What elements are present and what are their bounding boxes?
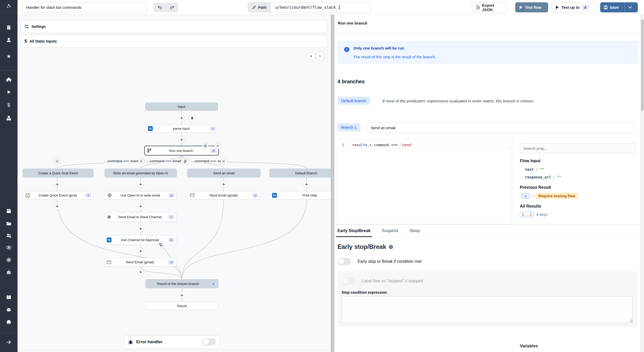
object-expand-chip[interactable]: {...} <box>520 212 534 217</box>
node-label: Send Email to Slack Channel <box>112 215 168 219</box>
sliders-icon <box>24 24 29 29</box>
add-branch-button[interactable] <box>183 158 189 165</box>
remove-branch-button[interactable] <box>221 158 227 165</box>
add-step-button[interactable] <box>137 248 144 255</box>
add-step-button[interactable] <box>137 225 144 232</box>
tab-early-stop-break[interactable]: Early Stop/Break <box>337 225 370 237</box>
tab-suspend[interactable]: Suspend <box>382 225 398 237</box>
code-string: 'send' <box>400 143 413 147</box>
branch-header[interactable]: Create a Quick Gcal Event <box>23 169 94 177</box>
redo-button[interactable] <box>166 3 178 12</box>
add-step-button[interactable] <box>54 181 61 188</box>
add-step-button[interactable] <box>179 292 185 299</box>
add-step-button[interactable] <box>220 181 227 188</box>
node-send-email-gmail-2[interactable]: Send Email (gmail) o <box>104 258 176 266</box>
node-send-email-gmail[interactable]: Send Email (gmail) u <box>187 191 260 199</box>
label-skipped-toggle[interactable] <box>342 277 355 285</box>
early-stop-toggle[interactable] <box>337 258 351 265</box>
export-json-button[interactable]: Export JSON <box>472 2 507 12</box>
error-handler-toggle[interactable] <box>202 338 216 346</box>
branch-name-input[interactable] <box>367 122 636 133</box>
all-static-inputs-bar[interactable]: $ All Static Inputs <box>21 35 328 48</box>
prop-row[interactable]: text : "" <box>525 167 544 171</box>
previous-result-row[interactable]: u : Require testing flow <box>521 193 578 199</box>
save-button[interactable]: Save <box>600 2 622 12</box>
resources-cubes-icon[interactable] <box>4 114 13 122</box>
favorites-star-icon[interactable]: ★ <box>4 52 13 61</box>
error-handler-bar[interactable]: Error handler <box>124 335 220 349</box>
info-icon[interactable] <box>389 245 393 249</box>
path-label[interactable]: Path <box>248 3 271 12</box>
workspace-building-icon[interactable] <box>4 23 13 32</box>
prop-row[interactable]: response_url : "" <box>525 175 561 179</box>
textarea-resize-grip[interactable] <box>630 319 633 322</box>
branch-header[interactable]: Send an email <box>187 169 260 177</box>
node-ask-channel-approval[interactable]: TS Ask Channel for Approval k <box>104 235 176 245</box>
node-send-email-slack[interactable]: Send Email to Slack Channel r <box>104 212 176 222</box>
github-icon[interactable] <box>4 318 13 326</box>
zoom-out-button[interactable]: − <box>316 52 324 60</box>
windmill-logo-icon[interactable] <box>4 2 13 10</box>
search-prop-input[interactable] <box>520 143 635 153</box>
branch-1-chip[interactable]: Branch 1 <box>337 123 360 131</box>
branch-header[interactable]: Default Branch <box>269 169 331 177</box>
typescript-icon: TS <box>148 126 153 131</box>
zoom-in-button[interactable]: + <box>307 52 315 60</box>
path-editor[interactable]: Path u/henricourdent/flow_slack_1 <box>248 2 371 12</box>
settings-gear-icon[interactable] <box>4 256 13 264</box>
add-step-button[interactable] <box>178 136 185 143</box>
user-icon[interactable] <box>4 36 13 44</box>
add-step-button[interactable] <box>54 203 61 210</box>
add-step-button[interactable] <box>137 181 144 188</box>
delete-step-button[interactable] <box>215 143 221 149</box>
pane-resize-handle[interactable] <box>331 15 334 352</box>
window-scrollbar[interactable] <box>640 15 644 352</box>
node-result[interactable]: Result <box>146 302 218 310</box>
ai-robot-icon[interactable] <box>4 268 13 277</box>
test-flow-button[interactable]: Test flow <box>515 2 548 12</box>
test-up-to-button[interactable]: Test up to d <box>551 2 597 12</box>
groups-users-icon[interactable] <box>4 231 13 240</box>
trigger-bolt-button[interactable] <box>188 114 196 122</box>
node-print-help[interactable]: TS Print Help <box>269 191 331 199</box>
all-results-row[interactable]: {...} 8 keys <box>520 212 548 217</box>
undo-button[interactable] <box>154 3 166 12</box>
save-dropdown-button[interactable] <box>625 2 635 12</box>
flow-title-input[interactable] <box>22 2 148 12</box>
step-id-chip[interactable]: u <box>521 193 530 199</box>
node-result-of-branch[interactable]: Result of the chosen branch d <box>146 279 218 288</box>
tab-sleep[interactable]: Sleep <box>409 225 420 237</box>
predicate-code-editor[interactable]: 1 results.c.command === 'send' <box>337 139 512 224</box>
runs-play-icon[interactable] <box>4 88 13 96</box>
bug-icon <box>128 339 133 345</box>
add-step-button[interactable] <box>137 203 144 210</box>
node-input[interactable]: Input <box>145 103 218 111</box>
add-step-button[interactable] <box>137 269 144 275</box>
node-create-quick-event[interactable]: 31 Create Quick Event (gcal) t <box>23 191 94 199</box>
discord-icon[interactable] <box>4 305 13 314</box>
add-step-button[interactable] <box>178 115 185 121</box>
remove-branch-button[interactable] <box>54 158 60 165</box>
home-icon[interactable] <box>4 75 13 84</box>
remove-branch-button[interactable] <box>138 158 144 165</box>
schedules-calendar-icon[interactable] <box>4 207 13 215</box>
stop-condition-textarea[interactable] <box>342 296 633 323</box>
all-static-inputs-label: All Static Inputs <box>29 39 57 43</box>
branch-header[interactable]: Write an email generated by Open AI <box>105 169 177 177</box>
add-step-button[interactable] <box>303 181 310 188</box>
default-branch-chip[interactable]: Default branch <box>337 97 370 105</box>
scrollbar-thumb[interactable] <box>641 19 644 111</box>
docs-book-icon[interactable] <box>4 293 13 302</box>
node-use-openai[interactable]: Use Open AI to write email p <box>105 191 177 199</box>
path-value[interactable]: u/henricourdent/flow_slack_1 <box>271 3 371 12</box>
save-icon <box>604 5 608 9</box>
node-parse-input[interactable]: TS parse input c <box>145 125 218 133</box>
flow-settings-bar[interactable]: Settings <box>21 20 328 33</box>
variables-dollar-icon[interactable]: $ <box>4 101 13 109</box>
collapse-arrow-icon[interactable] <box>4 338 13 347</box>
gmail-icon <box>190 193 195 198</box>
move-step-button[interactable] <box>202 143 208 149</box>
folders-icon[interactable] <box>4 219 13 228</box>
audit-eye-icon[interactable] <box>4 243 13 252</box>
editor-code-line[interactable]: results.c.command === 'send' <box>352 143 413 147</box>
